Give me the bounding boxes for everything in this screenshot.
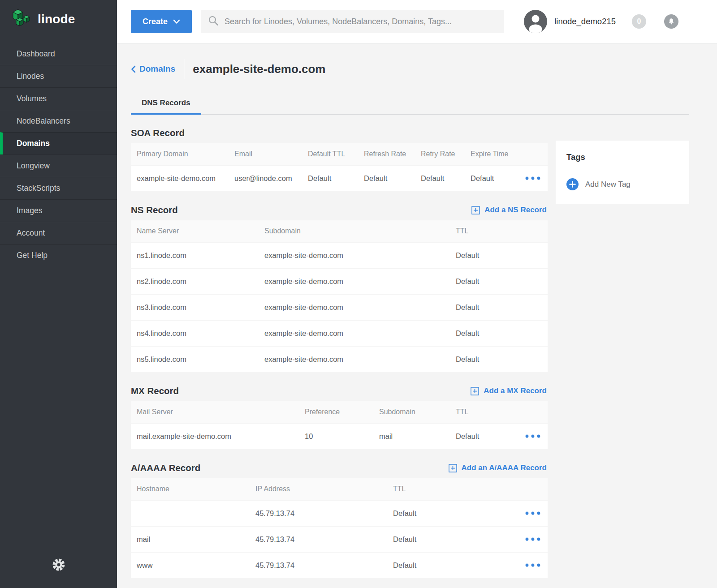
add-ns-record-button[interactable]: Add a NS Record (471, 206, 548, 215)
table-cell: Default (450, 355, 548, 364)
table-cell: example-site-demo.com (259, 355, 450, 364)
row-actions-menu-button[interactable] (519, 563, 548, 567)
table-row: ns3.linode.comexample-site-demo.comDefau… (131, 294, 548, 320)
column-header: Retry Rate (415, 150, 465, 158)
notification-count-badge[interactable]: 0 (632, 14, 646, 29)
row-actions-menu-button[interactable] (519, 434, 548, 438)
table-cell: Default (302, 174, 358, 183)
add-ns-record-label: Add a NS Record (484, 206, 547, 215)
table-cell: 45.79.13.74 (250, 561, 387, 570)
ns-record-table: Name ServerSubdomainTTLns1.linode.comexa… (131, 220, 548, 372)
soa-section-title: SOA Record (131, 128, 185, 138)
table-cell: Default (450, 432, 519, 441)
sidebar-item-images[interactable]: Images (0, 199, 117, 222)
logo-wordmark: linode (38, 12, 75, 26)
table-row: mail45.79.13.74Default (131, 526, 548, 552)
column-header: TTL (450, 227, 548, 235)
table-cell: mail.example-site-demo.com (131, 432, 299, 441)
soa-section-head: SOA Record (131, 126, 548, 140)
table-row: ns4.linode.comexample-site-demo.comDefau… (131, 320, 548, 346)
linode-cubes-icon (11, 8, 32, 30)
add-a-record-button[interactable]: Add an A/AAAA Record (449, 464, 548, 472)
column-header: Preference (299, 408, 373, 416)
sidebar-item-linodes[interactable]: Linodes (0, 65, 117, 87)
breadcrumb-back-label: Domains (139, 64, 175, 74)
sidebar-item-volumes[interactable]: Volumes (0, 87, 117, 110)
side-column: Tags Add New Tag (556, 115, 689, 578)
chevron-left-icon (131, 65, 136, 73)
row-actions-menu-button[interactable] (519, 176, 548, 180)
sidebar-item-longview[interactable]: Longview (0, 155, 117, 177)
row-actions-menu-button[interactable] (519, 511, 548, 515)
table-cell: www (131, 561, 250, 570)
table-cell: Default (450, 277, 548, 286)
search-icon (208, 15, 219, 28)
sidebar-nav: DashboardLinodesVolumesNodeBalancersDoma… (0, 43, 117, 266)
add-mx-record-button[interactable]: Add a MX Record (471, 386, 548, 395)
linode-logo[interactable]: linode (0, 0, 117, 39)
create-button[interactable]: Create (131, 10, 192, 33)
tags-title: Tags (566, 152, 678, 162)
table-row: 45.79.13.74Default (131, 500, 548, 526)
mx-record-table: Mail ServerPreferenceSubdomainTTLmail.ex… (131, 401, 548, 449)
table-cell: ns4.linode.com (131, 329, 259, 338)
add-a-record-label: Add an A/AAAA Record (462, 464, 547, 472)
ns-section-title: NS Record (131, 205, 178, 215)
tab-bar: DNS Records (131, 92, 689, 115)
add-new-tag-button[interactable]: Add New Tag (566, 178, 678, 190)
create-button-label: Create (143, 17, 168, 26)
column-header: Subdomain (373, 408, 450, 416)
sidebar-item-dashboard[interactable]: Dashboard (0, 43, 117, 65)
page-title: example-site-demo.com (193, 62, 325, 76)
table-row: ns1.linode.comexample-site-demo.comDefau… (131, 242, 548, 268)
page: Create linode_demo215 0 (117, 0, 717, 588)
add-new-tag-label: Add New Tag (585, 180, 631, 189)
a-record-table: HostnameIP AddressTTL45.79.13.74Defaultm… (131, 478, 548, 578)
breadcrumb-divider (184, 59, 184, 79)
tab-dns-records[interactable]: DNS Records (131, 92, 201, 115)
search-input[interactable] (225, 17, 497, 26)
table-cell: Default (387, 535, 519, 544)
table-row: ns5.linode.comexample-site-demo.comDefau… (131, 346, 548, 372)
app-root: linode DashboardLinodesVolumesNodeBalanc… (0, 0, 717, 588)
column-header: Name Server (131, 227, 259, 235)
table-header-row: HostnameIP AddressTTL (131, 478, 548, 500)
username[interactable]: linode_demo215 (554, 17, 616, 26)
table-row: mail.example-site-demo.com10mailDefault (131, 423, 548, 449)
chevron-down-icon (173, 17, 180, 26)
plus-square-icon (471, 206, 480, 215)
breadcrumb: Domains example-site-demo.com (131, 58, 689, 80)
table-cell: mail (373, 432, 450, 441)
row-actions-menu-button[interactable] (519, 537, 548, 541)
sidebar-item-domains[interactable]: Domains (0, 132, 117, 155)
column-header: Email (229, 150, 302, 158)
table-cell: example-site-demo.com (131, 174, 229, 183)
search-bar (201, 10, 504, 33)
table-cell: example-site-demo.com (259, 329, 450, 338)
column-header: Refresh Rate (358, 150, 415, 158)
notification-bell-icon[interactable] (664, 14, 678, 29)
table-row: example-site-demo.comuser@linode.comDefa… (131, 165, 548, 191)
table-cell: ns3.linode.com (131, 303, 259, 312)
user-avatar[interactable] (524, 10, 547, 33)
column-header: TTL (450, 408, 519, 416)
table-cell: Default (415, 174, 465, 183)
table-cell: Default (387, 561, 519, 570)
sidebar-item-stackscripts[interactable]: StackScripts (0, 177, 117, 199)
column-header: TTL (387, 485, 519, 493)
plus-square-icon (449, 464, 457, 472)
mx-section-title: MX Record (131, 386, 179, 396)
table-cell: example-site-demo.com (259, 303, 450, 312)
settings-gear-icon[interactable] (52, 558, 65, 573)
table-cell: ns1.linode.com (131, 251, 259, 260)
sidebar-item-nodebalancers[interactable]: NodeBalancers (0, 110, 117, 132)
sidebar-item-account[interactable]: Account (0, 222, 117, 244)
table-header-row: Primary DomainEmailDefault TTLRefresh Ra… (131, 143, 548, 165)
sidebar-item-get-help[interactable]: Get Help (0, 244, 117, 266)
table-cell: ns2.linode.com (131, 277, 259, 286)
table-cell: user@linode.com (229, 174, 302, 183)
table-cell: mail (131, 535, 250, 544)
table-row: www45.79.13.74Default (131, 552, 548, 578)
topbar: Create linode_demo215 0 (117, 0, 717, 43)
breadcrumb-back-link[interactable]: Domains (131, 64, 175, 74)
